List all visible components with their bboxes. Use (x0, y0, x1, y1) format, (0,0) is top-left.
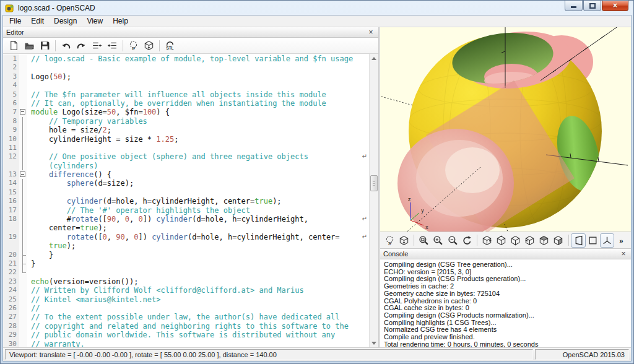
wrap-marker-icon: ↵ (362, 215, 367, 223)
line-number: 25 (3, 295, 19, 304)
code-line[interactable]: 28// copyright and related and neighbori… (3, 322, 369, 331)
code-text: // copyright and related and neighboring… (27, 322, 369, 331)
code-line[interactable]: 3Logo(50); (3, 72, 369, 81)
orthogonal-button[interactable] (586, 233, 600, 248)
code-editor[interactable]: 1// logo.scad - Basic example of module,… (3, 54, 378, 347)
view-center-button[interactable] (551, 233, 565, 248)
code-line[interactable]: 1// logo.scad - Basic example of module,… (3, 54, 369, 63)
code-line[interactable]: 9 hole = size/2; (3, 126, 369, 134)
redo-button[interactable] (74, 38, 89, 53)
fold-margin (19, 197, 27, 206)
console-close-icon[interactable]: × (619, 250, 628, 258)
close-button[interactable]: × (602, 1, 628, 11)
code-line[interactable]: true); (3, 241, 369, 250)
view-diagonal-button[interactable] (537, 233, 551, 248)
open-file-button[interactable] (22, 38, 37, 53)
menu-edit[interactable]: Edit (26, 15, 49, 27)
zoom-all-button[interactable] (417, 233, 431, 248)
menu-view[interactable]: View (82, 15, 108, 27)
console-dock-header: Console × (380, 249, 631, 259)
fold-margin (19, 126, 27, 134)
line-number: 11 (3, 144, 19, 152)
line-number (3, 241, 19, 250)
code-line[interactable]: center=true); (3, 223, 369, 232)
code-line[interactable]: 15 (3, 188, 369, 197)
code-line[interactable]: 14 sphere(d=size); (3, 179, 369, 188)
line-number: 23 (3, 277, 19, 286)
code-line[interactable]: 11 (3, 144, 369, 152)
view-top-button[interactable] (494, 233, 508, 248)
line-number: 15 (3, 188, 19, 197)
code-line[interactable]: 27// To the extent possible under law, t… (3, 313, 369, 321)
code-line[interactable]: 18 #rotate([90, 0, 0]) cylinder(d=hole, … (3, 215, 369, 223)
code-text: // The $fn parameter will influence all … (27, 90, 369, 99)
fold-margin[interactable] (19, 170, 27, 179)
menu-file[interactable]: File (4, 15, 26, 27)
console-line: Total rendering time: 0 hours, 0 minutes… (384, 341, 627, 347)
reset-view-button[interactable] (460, 233, 474, 248)
zoom-in-button[interactable] (431, 233, 445, 248)
code-line[interactable]: 4 (3, 81, 369, 90)
render-button[interactable] (141, 38, 157, 53)
line-number: 1 (3, 54, 19, 63)
code-line[interactable]: 17 // The '#' operator highlights the ob… (3, 206, 369, 215)
code-line[interactable]: 2 (3, 63, 369, 72)
scroll-up-arrow-icon[interactable] (370, 54, 378, 63)
editor-close-icon[interactable]: × (367, 28, 375, 37)
code-line[interactable]: 5// The $fn parameter will influence all… (3, 90, 369, 99)
code-line[interactable]: 20 } (3, 251, 369, 259)
code-line[interactable]: 23echo(version=version()); (3, 277, 369, 286)
export-stl-button[interactable]: STL (162, 38, 178, 53)
code-line[interactable]: 29// public domain worldwide. This softw… (3, 331, 369, 339)
code-line[interactable]: 26// (3, 304, 369, 313)
code-line[interactable]: (cylinders) (3, 162, 369, 170)
show-axes-button[interactable] (600, 233, 614, 248)
code-line[interactable]: 7module Logo(size=50, $fn=100) { (3, 108, 369, 116)
code-text: // Kintel <marius@kintel.net> (27, 295, 369, 304)
editor-scrollbar[interactable] (369, 54, 378, 347)
render-button[interactable] (397, 233, 411, 248)
scrollbar-thumb[interactable] (370, 175, 378, 191)
code-line[interactable]: 21} (3, 259, 369, 268)
menu-design[interactable]: Design (49, 15, 82, 27)
code-line[interactable]: 16 cylinder(d=hole, h=cylinderHeight, ce… (3, 197, 369, 206)
zoom-out-button[interactable] (445, 233, 459, 248)
fold-margin (19, 188, 27, 197)
view-left-button[interactable] (523, 233, 537, 248)
code-line[interactable]: 13 difference() { (3, 170, 369, 179)
code-line[interactable]: 12 // One positive object (sphere) and t… (3, 152, 369, 161)
code-line[interactable]: 24// Written by Clifford Wolf <clifford@… (3, 286, 369, 295)
minimize-icon (571, 6, 576, 8)
code-line[interactable]: 10 cylinderHeight = size * 1.25; (3, 135, 369, 144)
menu-help[interactable]: Help (108, 15, 133, 27)
new-file-button[interactable] (6, 38, 22, 53)
code-line[interactable]: 6// It can, optionally, be overridden wh… (3, 99, 369, 108)
minimize-button[interactable] (565, 1, 583, 11)
save-file-button[interactable] (37, 38, 53, 53)
unindent-button[interactable] (89, 38, 105, 53)
view-bottom-button[interactable] (508, 233, 523, 248)
code-line[interactable]: 19 rotate([0, 90, 0]) cylinder(d=hole, h… (3, 233, 369, 241)
console-output[interactable]: Compiling design (CSG Tree generation)..… (380, 259, 631, 347)
code-text: sphere(d=size); (27, 179, 369, 188)
code-line[interactable]: 25// Kintel <marius@kintel.net> (3, 295, 369, 304)
fold-margin[interactable] (19, 108, 27, 116)
menu-bar: FileEditDesignViewHelp (3, 15, 631, 27)
code-line[interactable]: 8 // Temporary variables (3, 117, 369, 126)
view-right-button[interactable] (480, 233, 494, 248)
code-line[interactable]: 22 (3, 268, 369, 277)
preview-button[interactable]: » (126, 38, 141, 53)
perspective-button[interactable] (571, 233, 585, 248)
3d-viewport[interactable]: z y x (380, 27, 631, 232)
indent-button[interactable] (105, 38, 120, 53)
code-line[interactable]: 30// warranty. (3, 340, 369, 348)
code-text (27, 268, 369, 277)
more-button[interactable]: » (614, 233, 628, 248)
scroll-down-arrow-icon[interactable] (370, 339, 378, 347)
maximize-button[interactable] (583, 1, 601, 11)
fold-margin (19, 259, 27, 268)
code-text: // To the extent possible under law, the… (27, 313, 369, 321)
undo-button[interactable] (58, 38, 74, 53)
titlebar[interactable]: logo.scad - OpenSCAD × (1, 1, 633, 14)
preview-button[interactable]: » (383, 233, 397, 248)
